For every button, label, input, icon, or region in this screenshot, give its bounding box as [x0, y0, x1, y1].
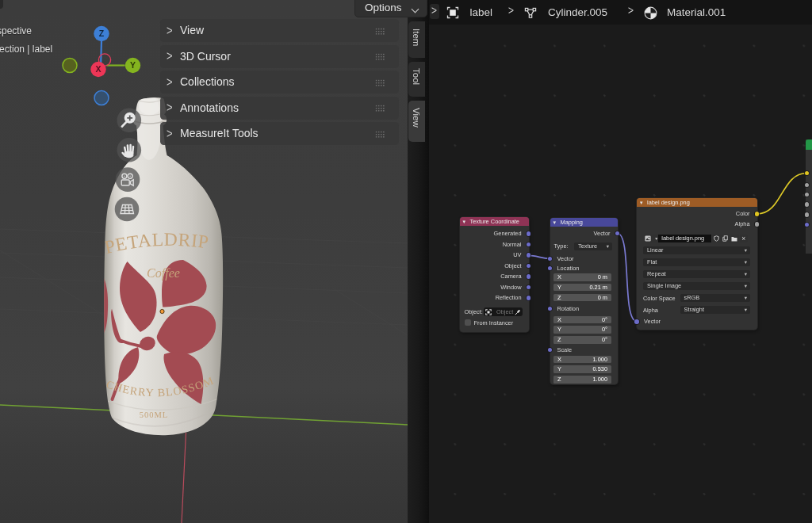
svg-text:Coffee: Coffee	[147, 266, 180, 281]
svg-text:Z: Z	[99, 29, 105, 38]
svg-text:Y: Y	[130, 60, 136, 70]
svg-text:500ML: 500ML	[140, 410, 169, 419]
svg-text:X: X	[95, 64, 101, 74]
